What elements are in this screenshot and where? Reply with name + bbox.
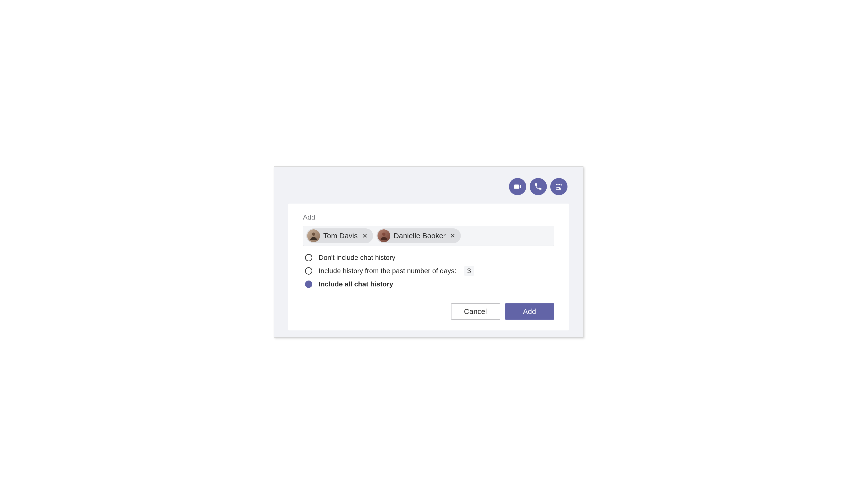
participant-name: Tom Davis (323, 232, 358, 240)
cancel-button[interactable]: Cancel (451, 303, 500, 320)
video-call-button[interactable] (509, 178, 526, 195)
option-days[interactable]: Include history from the past number of … (305, 266, 554, 276)
radio-button[interactable] (305, 281, 313, 288)
phone-icon (534, 182, 542, 191)
dialog-frame: Add Tom Davis ✕ Danielle Booker ✕ (274, 166, 584, 338)
panel-title: Add (303, 214, 554, 221)
radio-button[interactable] (305, 254, 313, 261)
option-all[interactable]: Include all chat history (305, 280, 554, 288)
participant-chip: Tom Davis ✕ (306, 229, 373, 243)
people-add-icon (555, 182, 563, 191)
audio-call-button[interactable] (530, 178, 547, 195)
option-none[interactable]: Don't include chat history (305, 254, 554, 262)
remove-participant-button[interactable]: ✕ (361, 233, 369, 239)
add-people-button[interactable] (550, 178, 568, 195)
video-camera-icon (514, 182, 522, 191)
option-label: Include history from the past number of … (319, 267, 456, 275)
history-options: Don't include chat history Include histo… (305, 254, 554, 288)
remove-participant-button[interactable]: ✕ (449, 233, 456, 239)
svg-point-3 (382, 233, 385, 236)
option-label: Don't include chat history (319, 254, 396, 262)
add-button[interactable]: Add (505, 303, 554, 320)
avatar (307, 229, 320, 242)
radio-button[interactable] (305, 267, 313, 275)
action-bar (281, 173, 576, 204)
people-input[interactable]: Tom Davis ✕ Danielle Booker ✕ (303, 226, 554, 246)
add-people-panel: Add Tom Davis ✕ Danielle Booker ✕ (288, 204, 569, 331)
participant-name: Danielle Booker (394, 232, 446, 240)
participant-chip: Danielle Booker ✕ (376, 229, 461, 243)
option-label: Include all chat history (319, 280, 393, 288)
svg-point-2 (312, 233, 315, 236)
days-input[interactable]: 3 (464, 266, 474, 276)
svg-point-0 (556, 184, 557, 185)
dialog-inner: Add Tom Davis ✕ Danielle Booker ✕ (276, 169, 581, 335)
avatar (377, 229, 390, 242)
dialog-buttons: Cancel Add (303, 303, 554, 320)
svg-point-1 (558, 184, 560, 185)
